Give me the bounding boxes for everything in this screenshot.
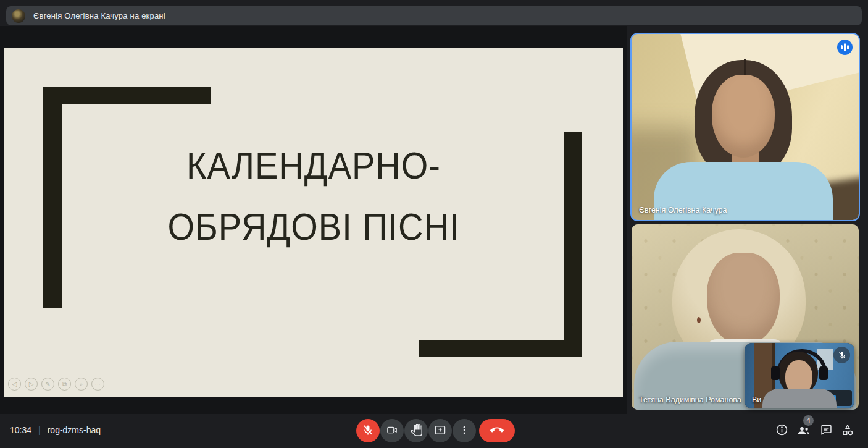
slide-bracket-bottomright-h	[419, 340, 582, 357]
participant-name-label: Євгенія Олегівна Качура	[639, 206, 727, 214]
mic-toggle-button[interactable]	[356, 419, 380, 442]
slide-toolbar: ◁ ▷ ✎ ⧉ ⌕ ⋯	[8, 378, 104, 391]
activities-icon	[841, 423, 854, 439]
speaker-video-frame	[632, 34, 859, 220]
self-view-tile[interactable]: Ви	[745, 343, 854, 408]
presenter-avatar	[12, 9, 25, 23]
chat-button[interactable]	[818, 423, 834, 439]
pen-icon: ✎	[41, 378, 54, 391]
next-slide-icon: ▷	[25, 378, 38, 391]
raise-hand-button[interactable]	[404, 419, 428, 442]
more-icon: ⋯	[91, 378, 104, 391]
meeting-window: Євгенія Олегівна Качура на екрані КАЛЕНД…	[0, 0, 868, 448]
presenting-banner: Євгенія Олегівна Качура на екрані	[6, 6, 862, 25]
more-options-button[interactable]	[453, 419, 476, 442]
slide-bracket-topleft-h	[43, 87, 211, 104]
self-label: Ви	[752, 395, 761, 404]
camera-icon	[386, 424, 398, 438]
slide-title-line2: ОБРЯДОВІ ПІСНІ	[4, 197, 623, 258]
info-icon	[775, 423, 788, 438]
meta-divider: |	[38, 425, 41, 435]
chat-icon	[820, 423, 833, 438]
present-screen-icon	[434, 424, 446, 438]
previous-slide-icon: ◁	[8, 378, 21, 391]
participants-count-badge: 4	[803, 415, 814, 426]
more-options-icon	[459, 425, 470, 437]
camera-toggle-button[interactable]	[380, 419, 404, 442]
mic-off-icon	[362, 424, 374, 438]
slide-title: КАЛЕНДАРНО- ОБРЯДОВІ ПІСНІ	[4, 135, 623, 258]
activities-button[interactable]	[840, 423, 856, 439]
audio-activity-icon	[837, 40, 853, 55]
presenting-banner-text: Євгенія Олегівна Качура на екрані	[33, 11, 165, 20]
clock-time: 10:34	[10, 425, 31, 435]
shared-slide: КАЛЕНДАРНО- ОБРЯДОВІ ПІСНІ ◁ ▷ ✎ ⧉ ⌕ ⋯	[4, 48, 623, 397]
end-call-icon	[490, 423, 504, 439]
slide-title-line1: КАЛЕНДАРНО-	[4, 135, 623, 197]
raise-hand-icon	[411, 424, 422, 437]
self-mic-muted-icon	[833, 347, 850, 363]
meeting-meta: 10:34 | rog-dzms-haq	[10, 425, 101, 435]
meeting-code: rog-dzms-haq	[48, 425, 101, 435]
slides-overview-icon: ⧉	[58, 378, 71, 391]
present-screen-button[interactable]	[428, 419, 452, 442]
zoom-icon: ⌕	[75, 378, 88, 391]
meeting-details-button[interactable]	[774, 423, 790, 439]
video-tile-speaker[interactable]: Євгенія Олегівна Качура	[632, 34, 859, 220]
end-call-button[interactable]	[479, 419, 515, 442]
presentation-region[interactable]: КАЛЕНДАРНО- ОБРЯДОВІ ПІСНІ ◁ ▷ ✎ ⧉ ⌕ ⋯	[0, 26, 627, 415]
participant-name-label: Тетяна Вадимівна Романова	[639, 395, 741, 404]
